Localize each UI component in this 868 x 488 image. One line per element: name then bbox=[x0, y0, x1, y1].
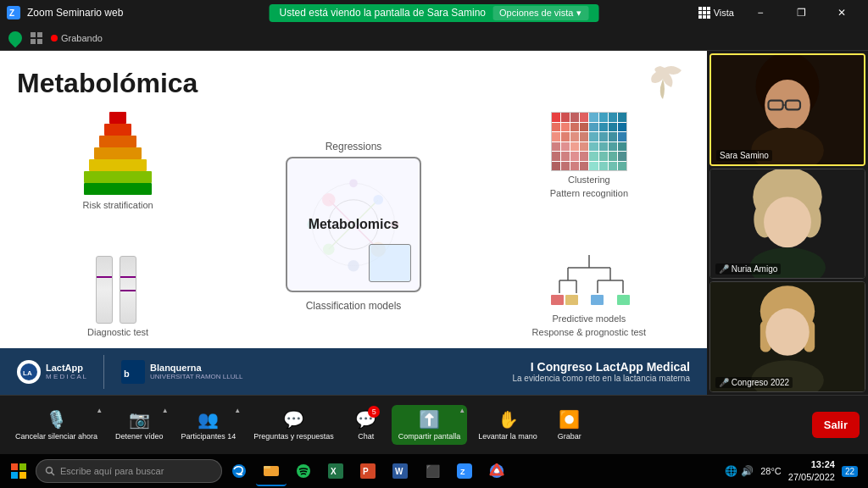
view-options-button[interactable]: Opciones de vista ▾ bbox=[492, 6, 588, 20]
qa-button[interactable]: 💬 Preguntas y respuestas bbox=[247, 405, 341, 445]
svg-rect-57 bbox=[11, 472, 18, 479]
svg-rect-63 bbox=[264, 466, 270, 469]
svg-rect-5 bbox=[37, 39, 42, 44]
chat-label: Chat bbox=[358, 432, 374, 441]
sara-avatar-svg bbox=[711, 55, 864, 164]
heatmap-cell bbox=[570, 142, 579, 152]
participants-panel: Sara Samino 🎤 Nuria Amigo bbox=[707, 51, 868, 395]
record-dot-icon bbox=[51, 35, 58, 42]
chat-button[interactable]: 💬 5 Chat bbox=[345, 405, 387, 445]
participant-video-inner-sara bbox=[711, 55, 864, 164]
taskbar-chrome[interactable] bbox=[481, 456, 512, 486]
svg-point-53 bbox=[765, 308, 809, 356]
qa-wrapper[interactable]: 💬 Preguntas y respuestas bbox=[247, 405, 341, 445]
slide-center: Regressions bbox=[219, 112, 488, 337]
start-button[interactable] bbox=[3, 456, 34, 486]
svg-text:LA: LA bbox=[23, 369, 32, 377]
temperature-display: 28°C bbox=[760, 466, 782, 476]
vista-button[interactable]: Vista bbox=[698, 7, 734, 19]
bottom-toolbar: 🎙️ Cancelar silenciar ahora ▲ 📷 Detener … bbox=[0, 395, 868, 454]
svg-rect-55 bbox=[11, 463, 18, 470]
chat-wrapper[interactable]: 💬 5 Chat bbox=[345, 405, 387, 445]
heatmap-cell bbox=[580, 152, 588, 161]
nuria-mic-icon: 🎤 bbox=[719, 264, 729, 274]
restore-button[interactable]: ❐ bbox=[782, 0, 821, 25]
participant-name-sara: Sara Samino bbox=[716, 150, 772, 161]
record-button[interactable]: ⏺️ Grabar bbox=[548, 405, 591, 445]
lactapp-logo-circle: LA bbox=[17, 360, 41, 384]
security-item[interactable] bbox=[8, 31, 22, 45]
taskbar-search[interactable]: Escribe aquí para buscar bbox=[36, 459, 222, 483]
heatmap-cell bbox=[599, 132, 608, 141]
hand-label: Levantar la mano bbox=[478, 432, 537, 441]
taskbar-system-icons: 🌐 🔊 bbox=[725, 465, 754, 477]
congress-info: I Congreso LactApp Medical La evidencia … bbox=[259, 360, 690, 383]
leave-label: Salir bbox=[824, 419, 848, 431]
search-icon bbox=[45, 466, 55, 476]
taskbar-edge[interactable] bbox=[224, 456, 254, 486]
spotify-icon bbox=[296, 463, 311, 479]
taskbar-time[interactable]: 13:24 27/05/2022 bbox=[788, 458, 835, 485]
mute-icon: 🎙️ bbox=[46, 409, 67, 430]
mute-wrapper[interactable]: 🎙️ Cancelar silenciar ahora ▲ bbox=[8, 405, 104, 445]
participants-chevron: ▲ bbox=[234, 407, 241, 414]
classification-label: Classification models bbox=[306, 300, 402, 312]
notification-count[interactable]: 22 bbox=[842, 466, 858, 477]
video-label: Detener vídeo bbox=[115, 432, 164, 441]
participants-button[interactable]: 👥 Participantes 14 bbox=[175, 405, 243, 445]
heatmap-cell bbox=[561, 132, 570, 141]
heatmap-cell bbox=[552, 123, 560, 132]
windows-logo-icon bbox=[11, 463, 26, 479]
leave-button[interactable]: Salir bbox=[812, 412, 860, 438]
svg-point-14 bbox=[349, 179, 358, 187]
pyramid-chart bbox=[84, 112, 152, 197]
record-wrapper[interactable]: ⏺️ Grabar bbox=[548, 405, 591, 445]
heatmap-cell bbox=[599, 123, 608, 132]
share-chevron: ▲ bbox=[459, 407, 465, 414]
taskbar-more[interactable]: ⬛ bbox=[417, 456, 448, 486]
minimize-button[interactable]: − bbox=[741, 0, 780, 25]
heatmap-cell bbox=[609, 113, 617, 122]
apps-item[interactable] bbox=[31, 32, 42, 44]
taskbar-powerpoint[interactable]: P bbox=[353, 456, 383, 486]
zoom-icon: Z bbox=[7, 6, 20, 19]
svg-rect-30 bbox=[591, 295, 604, 305]
window-controls[interactable]: − ❐ ✕ bbox=[741, 0, 861, 25]
mute-button[interactable]: 🎙️ Cancelar silenciar ahora bbox=[8, 405, 104, 445]
diagnostic-test: Diagnostic test bbox=[17, 256, 219, 337]
explorer-icon bbox=[264, 463, 279, 478]
svg-rect-56 bbox=[19, 463, 26, 470]
heatmap-cell bbox=[570, 113, 579, 122]
share-wrapper[interactable]: ⬆️ Compartir pantalla ▲ bbox=[392, 405, 468, 445]
heatmap-cell bbox=[589, 162, 598, 171]
heatmap-cell bbox=[570, 132, 579, 141]
share-button[interactable]: ⬆️ Compartir pantalla bbox=[392, 405, 468, 445]
video-wrapper[interactable]: 📷 Detener vídeo ▲ bbox=[108, 405, 170, 445]
hand-button[interactable]: ✋ Levantar la mano bbox=[471, 405, 544, 445]
regressions-label: Regressions bbox=[326, 141, 382, 152]
taskbar-word[interactable]: W bbox=[385, 456, 415, 486]
close-button[interactable]: ✕ bbox=[822, 0, 861, 25]
participant-name-congreso: 🎤 Congreso 2022 bbox=[715, 377, 793, 388]
search-placeholder: Escribe aquí para buscar bbox=[60, 466, 164, 476]
heatmap-cell bbox=[580, 123, 588, 132]
sharing-notice-text: Usted está viendo la pantalla de Sara Sa… bbox=[280, 7, 487, 19]
lactapp-logo: LA LactApp M E D I C A L bbox=[17, 360, 86, 384]
taskbar-excel[interactable]: X bbox=[320, 456, 351, 486]
participant-video-inner-congreso bbox=[710, 282, 865, 391]
participants-wrapper[interactable]: 👥 Participantes 14 ▲ bbox=[175, 405, 243, 445]
sharing-notice-bar: Usted está viendo la pantalla de Sara Sa… bbox=[270, 4, 599, 22]
taskbar-zoom[interactable]: Z bbox=[449, 456, 480, 486]
svg-rect-58 bbox=[19, 472, 26, 479]
taskbar-explorer[interactable] bbox=[256, 456, 287, 486]
svg-point-11 bbox=[373, 195, 383, 205]
svg-point-12 bbox=[323, 243, 335, 255]
blanquerna-logo: b Blanquerna UNIVERSITAT RAMON LLULL bbox=[121, 360, 242, 384]
participant-video-inner-nuria bbox=[710, 169, 865, 279]
heatmap-cell bbox=[570, 162, 579, 171]
taskbar-spotify[interactable] bbox=[288, 456, 319, 486]
hand-wrapper[interactable]: ✋ Levantar la mano bbox=[471, 405, 544, 445]
response-label: Response & prognostic test bbox=[532, 327, 647, 337]
test-line-1 bbox=[97, 276, 112, 278]
svg-rect-3 bbox=[37, 32, 42, 37]
